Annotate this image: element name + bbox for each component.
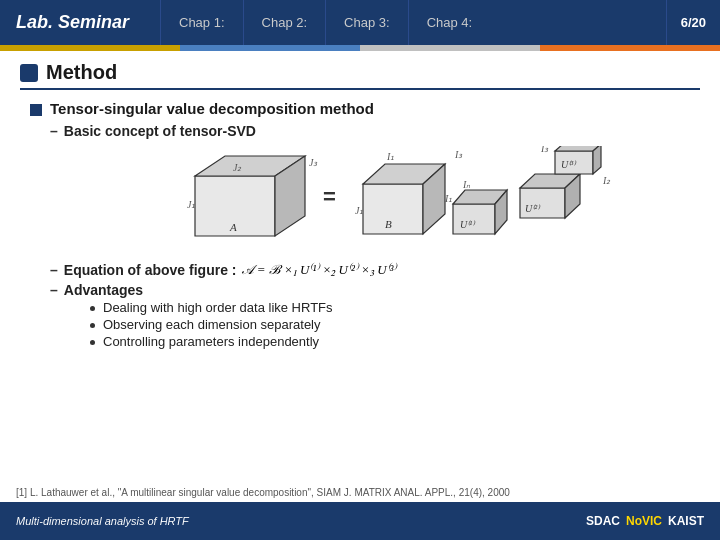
advantage-text-2: Observing each dimension separately — [103, 317, 321, 332]
advantage-item-3: Controlling parameters independently — [90, 334, 700, 349]
footer-title: Multi-dimensional analysis of HRTF — [16, 515, 189, 527]
svg-text:U⁽²⁾: U⁽²⁾ — [525, 203, 541, 214]
footer-badges: SDAC NoVIC KAIST — [586, 514, 704, 528]
color-seg-2 — [180, 45, 360, 51]
svg-marker-8 — [363, 184, 423, 234]
svg-text:I₂: I₂ — [602, 175, 611, 186]
main-bullet-text: Tensor-singular value decomposition meth… — [50, 100, 374, 117]
svg-text:J₃: J₃ — [309, 157, 318, 168]
page-counter: 6/20 — [666, 0, 720, 45]
color-seg-3 — [360, 45, 540, 51]
dot-icon-2 — [90, 323, 95, 328]
main-content: Method Tensor-singular value decompositi… — [0, 51, 720, 361]
bullet-icon — [30, 104, 42, 116]
svg-text:U⁽¹⁾: U⁽¹⁾ — [460, 219, 476, 230]
svg-text:B: B — [385, 218, 392, 230]
dash-icon-1: – — [50, 123, 58, 139]
nav-tabs: Chap 1: Chap 2: Chap 3: Chap 4: — [160, 0, 666, 45]
footer-badge-novic: NoVIC — [626, 514, 662, 528]
footer-badge-kaist: KAIST — [668, 514, 704, 528]
advantage-item-2: Observing each dimension separately — [90, 317, 700, 332]
svd-svg: A J₁ J₂ J₃ = B J₁ I₁ I₃ — [165, 146, 625, 256]
tab-chap3[interactable]: Chap 3: — [325, 0, 408, 45]
sub-bullet-3: – Advantages — [50, 282, 700, 298]
svg-marker-28 — [593, 146, 601, 174]
dash-icon-2: – — [50, 262, 58, 278]
sub-bullet-text-1: Basic concept of tensor-SVD — [64, 123, 256, 139]
section-title: Method — [46, 61, 117, 84]
sub-bullet-text-3: Advantages — [64, 282, 143, 298]
svg-text:I₃: I₃ — [454, 149, 463, 160]
tab-chap2[interactable]: Chap 2: — [243, 0, 326, 45]
svg-text:J₂: J₂ — [233, 162, 242, 173]
sub-bullet-text-2: Equation of above figure : — [64, 262, 237, 278]
sub-bullet-1: – Basic concept of tensor-SVD — [50, 123, 700, 139]
advantage-item-1: Dealing with high order data like HRTFs — [90, 300, 700, 315]
section-header: Method — [20, 61, 700, 90]
app-title: Lab. Seminar — [0, 0, 160, 45]
color-seg-4 — [540, 45, 720, 51]
advantage-text-1: Dealing with high order data like HRTFs — [103, 300, 333, 315]
header: Lab. Seminar Chap 1: Chap 2: Chap 3: Cha… — [0, 0, 720, 45]
svg-text:J₁: J₁ — [355, 205, 363, 216]
sub-section-2: – Equation of above figure : 𝒜 = ℬ ×₁ U⁽… — [50, 262, 700, 278]
svd-diagram: A J₁ J₂ J₃ = B J₁ I₁ I₃ — [90, 143, 700, 258]
sub-bullet-2: – Equation of above figure : 𝒜 = ℬ ×₁ U⁽… — [50, 262, 700, 278]
svg-text:I₁: I₁ — [386, 151, 394, 162]
content-area: Tensor-singular value decomposition meth… — [30, 100, 700, 349]
main-bullet: Tensor-singular value decomposition meth… — [30, 100, 700, 117]
svg-text:=: = — [323, 184, 336, 209]
svg-text:I₃: I₃ — [540, 146, 549, 154]
equation-formula: 𝒜 = ℬ ×₁ U⁽¹⁾ ×₂ U⁽²⁾ ×₃ U⁽³⁾ — [242, 262, 396, 278]
svg-text:U⁽³⁾: U⁽³⁾ — [561, 159, 577, 170]
color-seg-1 — [0, 45, 180, 51]
dash-icon-3: – — [50, 282, 58, 298]
dot-icon-3 — [90, 340, 95, 345]
color-bar — [0, 45, 720, 51]
section-icon — [20, 64, 38, 82]
reference-text: [1] L. Lathauwer et al., "A multilinear … — [16, 487, 510, 498]
svg-text:Iₙ: Iₙ — [462, 179, 471, 190]
tab-chap1[interactable]: Chap 1: — [160, 0, 243, 45]
dot-icon-1 — [90, 306, 95, 311]
svg-text:I₁: I₁ — [444, 193, 452, 204]
footer-badge-sdac: SDAC — [586, 514, 620, 528]
svg-text:J₁: J₁ — [187, 199, 195, 210]
sub-section-1: – Basic concept of tensor-SVD A J₁ J₂ — [50, 123, 700, 258]
advantage-text-3: Controlling parameters independently — [103, 334, 319, 349]
svg-text:A: A — [229, 221, 237, 233]
sub-section-3: – Advantages Dealing with high order dat… — [50, 282, 700, 349]
footer: Multi-dimensional analysis of HRTF SDAC … — [0, 502, 720, 540]
tab-chap4[interactable]: Chap 4: — [408, 0, 491, 45]
